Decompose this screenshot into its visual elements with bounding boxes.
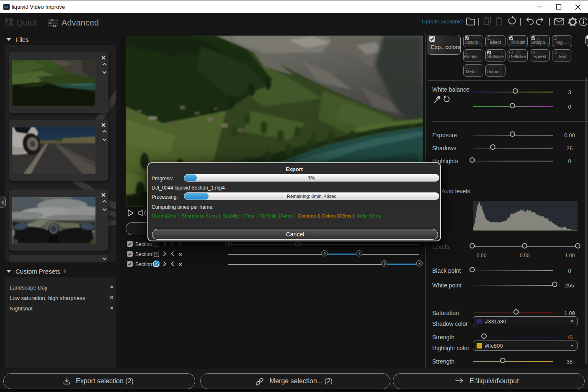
svg-text:T: T xyxy=(559,51,565,61)
